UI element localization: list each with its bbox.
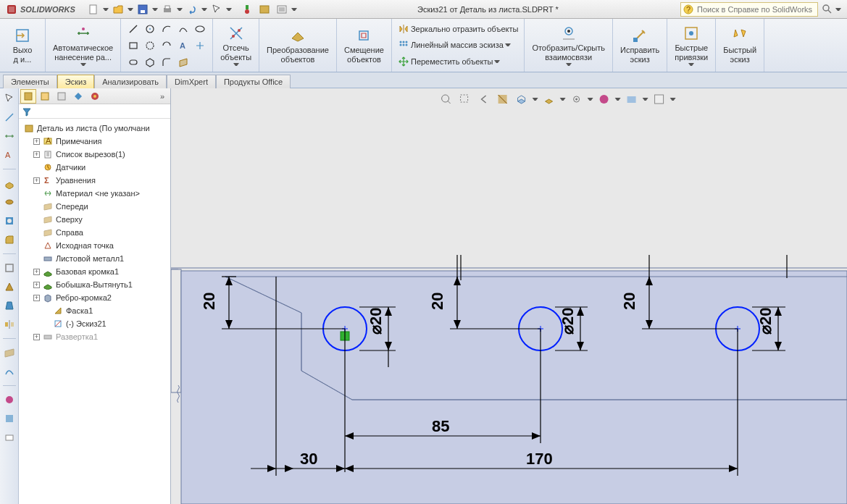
perimeter-circle-tool[interactable]	[142, 38, 158, 54]
tree-item[interactable]: Листовой металл1	[20, 252, 169, 265]
feature-tree-tab[interactable]	[20, 89, 36, 104]
new-button[interactable]	[85, 1, 101, 17]
options-button[interactable]	[256, 1, 272, 17]
tab-sketch[interactable]: Эскиз	[57, 75, 94, 88]
dimxpert-tab[interactable]	[70, 89, 86, 104]
tangent-arc-tool[interactable]	[159, 38, 175, 54]
rect-tool[interactable]	[125, 38, 141, 54]
show-relations-button[interactable]: Отобразить/Скрыть взаимосвязи	[529, 21, 608, 70]
tree-item[interactable]: Датчики	[20, 161, 169, 174]
edit-appearance-icon[interactable]	[596, 91, 612, 107]
tree-item[interactable]: +AПримечания	[20, 135, 169, 148]
tree-item[interactable]: +Бобышка-Вытянуть1	[20, 278, 169, 291]
text-tool[interactable]: A	[175, 38, 191, 54]
tree-item[interactable]: Спереди	[20, 200, 169, 213]
view-settings-icon[interactable]	[651, 91, 667, 107]
tree-item[interactable]: Материал <не указан>	[20, 187, 169, 200]
search-input[interactable]	[680, 2, 818, 17]
undo-button[interactable]	[184, 1, 200, 17]
svg-rect-50	[25, 125, 33, 132]
prev-view-icon[interactable]	[475, 91, 491, 107]
search-icon[interactable]	[821, 3, 833, 16]
fillet-tool[interactable]	[159, 54, 175, 70]
exit-sketch-button[interactable]: Выхо д и...	[4, 21, 41, 70]
curves-icon[interactable]	[2, 364, 17, 379]
tree-item[interactable]: Справа	[20, 226, 169, 239]
zoom-fit-icon[interactable]	[438, 91, 454, 107]
line-tool[interactable]	[125, 21, 141, 37]
tree-item[interactable]: +Развертка1	[20, 330, 169, 343]
tree-item[interactable]: +Базовая кромка1	[20, 265, 169, 278]
rebuild-button[interactable]	[239, 1, 255, 17]
rapid-sketch-button[interactable]: Быстрый эскиз	[720, 21, 759, 70]
smart-dimension-button[interactable]: Автоматическое нанесение ра...	[50, 21, 116, 70]
tree-item[interactable]: +Список вырезов(1)	[20, 148, 169, 161]
section-view-icon[interactable]	[494, 91, 510, 107]
slot-tool[interactable]	[125, 54, 141, 70]
tree-item[interactable]: +Ребро-кромка2	[20, 291, 169, 304]
tab-evaluate[interactable]: Анализировать	[94, 75, 167, 88]
shell-icon[interactable]	[2, 261, 17, 275]
zoom-area-icon[interactable]	[456, 91, 472, 107]
linear-pattern-button[interactable]: Линейный массив эскиза	[398, 38, 511, 52]
plane-tool[interactable]	[175, 54, 191, 70]
sketch-canvas[interactable]: 20 20 20	[171, 110, 847, 504]
display-tab[interactable]	[87, 89, 103, 104]
decal-icon[interactable]	[2, 430, 17, 445]
svg-text:20: 20	[200, 293, 218, 310]
settings-button[interactable]	[274, 1, 290, 17]
view-orientation-icon[interactable]	[513, 91, 529, 107]
repair-sketch-button[interactable]: Исправить эскиз	[617, 21, 662, 70]
tree-item[interactable]: Исходная точка	[20, 239, 169, 252]
select-button[interactable]	[209, 1, 225, 17]
ellipse-tool[interactable]	[192, 21, 208, 37]
spline-tool[interactable]	[175, 21, 191, 37]
trim-button[interactable]: Отсечь объекты	[217, 21, 254, 70]
select-tool-icon[interactable]	[2, 91, 17, 106]
apply-scene-icon[interactable]	[623, 91, 639, 107]
print-button[interactable]	[159, 1, 175, 17]
mirror-feature-icon[interactable]	[2, 317, 17, 332]
extrude-icon[interactable]	[2, 176, 17, 190]
fillet-icon[interactable]	[2, 232, 17, 247]
offset-entities-button[interactable]: Смещение объектов	[341, 21, 387, 70]
tab-dimxpert[interactable]: DimXpert	[167, 75, 216, 88]
polygon-tool[interactable]	[142, 54, 158, 70]
draft-icon[interactable]	[2, 298, 17, 313]
dimension-icon[interactable]	[2, 129, 17, 143]
cut-icon[interactable]	[2, 214, 17, 228]
tree-filter[interactable]	[19, 104, 170, 119]
tree-item[interactable]: Фаска1	[20, 304, 169, 317]
graphics-viewport[interactable]: 20 20 20	[171, 88, 847, 504]
convert-entities-button[interactable]: Преобразование объектов	[264, 21, 332, 70]
tree-root[interactable]: Деталь из листа (По умолчани	[20, 122, 169, 135]
revolve-icon[interactable]	[2, 195, 17, 209]
save-button[interactable]	[135, 1, 151, 17]
tree-item[interactable]: (-) Эскиз21	[20, 317, 169, 330]
tree-item[interactable]: +ΣУравнения	[20, 174, 169, 187]
mirror-entities-button[interactable]: Зеркально отразить объекты	[398, 22, 518, 36]
property-tab[interactable]	[37, 89, 53, 104]
scene-icon[interactable]	[2, 411, 17, 426]
svg-rect-21	[130, 60, 137, 64]
tree-item[interactable]: Сверху	[20, 213, 169, 226]
collapse-panel-button[interactable]: »	[156, 92, 169, 101]
tab-office[interactable]: Продукты Office	[216, 75, 291, 88]
quick-snaps-button[interactable]: Быстрые привязки	[672, 21, 711, 70]
circle-tool[interactable]	[142, 21, 158, 37]
appearance-icon[interactable]	[2, 392, 17, 407]
rib-icon[interactable]	[2, 280, 17, 294]
arc-tool[interactable]	[159, 21, 175, 37]
tab-features[interactable]: Элементы	[3, 75, 57, 88]
display-style-icon[interactable]	[541, 91, 556, 107]
move-entities-button[interactable]: Переместить объекты	[398, 54, 500, 69]
open-button[interactable]	[110, 1, 126, 17]
sketch-icon[interactable]	[2, 110, 17, 125]
hide-show-icon[interactable]	[568, 91, 584, 107]
point-tool[interactable]	[192, 38, 208, 54]
annotation-icon[interactable]: A	[2, 148, 17, 162]
svg-text:Σ: Σ	[44, 176, 49, 185]
ref-geom-icon[interactable]	[2, 345, 17, 360]
svg-point-25	[402, 41, 404, 43]
config-tab[interactable]	[54, 89, 70, 104]
